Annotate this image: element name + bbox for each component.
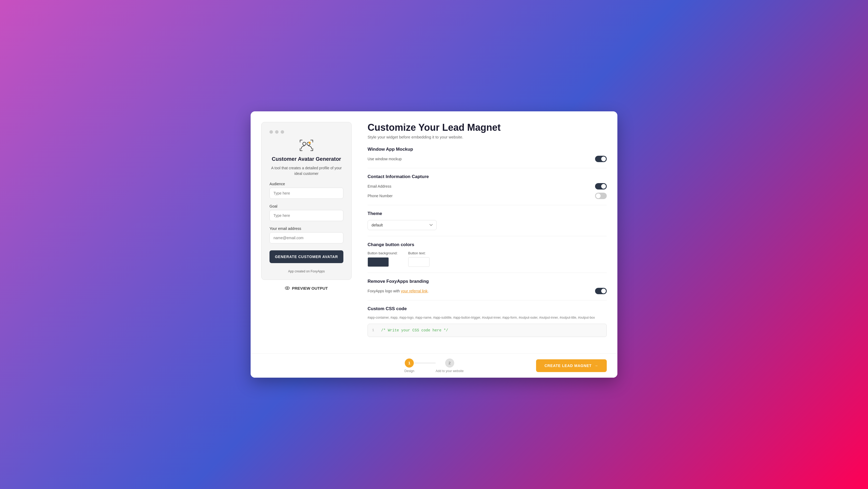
step-connector — [414, 363, 436, 363]
bg-color-label: Button background: — [368, 251, 398, 255]
svg-point-2 — [309, 142, 311, 144]
preview-label: PREVIEW OUTPUT — [292, 286, 328, 291]
branding-toggle[interactable] — [595, 288, 607, 294]
toggle-thumb — [601, 184, 606, 189]
window-mockup-title: Window App Mockup — [368, 147, 607, 152]
svg-point-0 — [303, 142, 306, 145]
button-colors-title: Change button colors — [368, 242, 607, 247]
theme-select[interactable]: default light dark custom — [368, 220, 437, 230]
app-title: Customer Avatar Generator — [272, 156, 341, 162]
color-row: Button background: Button text: — [368, 251, 607, 267]
phone-toggle-label: Phone Number — [368, 194, 393, 198]
branding-toggle-row: FoxyApps logo with your referral link. — [368, 288, 607, 294]
email-input[interactable] — [270, 232, 343, 243]
phone-toggle-row: Phone Number — [368, 193, 607, 199]
step-1: 1 Design — [404, 359, 414, 373]
step1-label: Design — [404, 369, 414, 373]
toggle-thumb — [601, 156, 606, 161]
use-mockup-row: Use window mockup — [368, 156, 607, 162]
preview-output-button[interactable]: PREVIEW OUTPUT — [261, 286, 351, 291]
step1-circle: 1 — [405, 359, 414, 368]
right-panel: Customize Your Lead Magnet Style your wi… — [368, 122, 607, 342]
email-toggle[interactable] — [595, 183, 607, 189]
footer: 1 Design 2 Add to your website CREATE LE… — [251, 354, 617, 378]
button-colors-section: Change button colors Button background: … — [368, 236, 607, 273]
dot-green — [281, 130, 284, 134]
contact-capture-title: Contact Information Capture — [368, 174, 607, 179]
dot-yellow — [275, 130, 279, 134]
main-window: Customer Avatar Generator A tool that cr… — [251, 111, 617, 377]
text-color-group: Button text: — [408, 251, 430, 267]
dot-red — [270, 130, 273, 134]
step2-circle: 2 — [445, 359, 454, 368]
create-btn-arrow: → — [594, 364, 598, 368]
email-toggle-row: Email Address — [368, 183, 607, 189]
window-mockup-section: Window App Mockup Use window mockup — [368, 147, 607, 168]
create-btn-label: CREATE LEAD MAGNET — [545, 364, 592, 368]
page-title: Customize Your Lead Magnet — [368, 122, 607, 133]
custom-css-title: Custom CSS code — [368, 306, 607, 311]
toggle-thumb — [601, 288, 606, 294]
page-subtitle: Style your widget before embedding it to… — [368, 135, 607, 139]
line-number: 1 — [372, 328, 374, 332]
branding-section: Remove FoxyApps branding FoxyApps logo w… — [368, 273, 607, 300]
email-group: Your email address — [270, 226, 343, 243]
theme-section: Theme default light dark custom — [368, 205, 607, 236]
text-color-swatch[interactable] — [408, 257, 430, 267]
bg-color-group: Button background: — [368, 251, 398, 267]
contact-capture-section: Contact Information Capture Email Addres… — [368, 168, 607, 205]
theme-title: Theme — [368, 211, 607, 216]
branding-description: FoxyApps logo with your referral link. — [368, 289, 429, 293]
toggle-thumb — [596, 193, 601, 198]
create-lead-magnet-button[interactable]: CREATE LEAD MAGNET → — [536, 359, 607, 372]
left-panel: Customer Avatar Generator A tool that cr… — [261, 122, 351, 342]
bg-color-swatch[interactable] — [368, 257, 389, 267]
step-2: 2 Add to your website — [436, 359, 464, 373]
foxyapps-brand: FoxyApps — [311, 270, 325, 273]
window-body: Customer Avatar Generator A tool that cr… — [251, 111, 617, 353]
audience-input[interactable] — [270, 188, 343, 199]
generate-avatar-button[interactable]: GENERATE CUSTOMER AVATAR — [270, 250, 343, 263]
branding-title: Remove FoxyApps branding — [368, 279, 607, 284]
audience-label: Audience — [270, 182, 343, 186]
css-code-editor[interactable]: 1 /* Write your CSS code here */ — [368, 324, 607, 337]
stepper: 1 Design 2 Add to your website — [376, 359, 491, 373]
eye-icon — [285, 286, 290, 291]
text-color-label: Button text: — [408, 251, 430, 255]
step2-number: 2 — [448, 361, 451, 365]
goal-label: Goal — [270, 204, 343, 208]
step2-label: Add to your website — [436, 369, 464, 373]
app-credit: App created on FoxyApps — [288, 270, 325, 273]
css-selectors: #app-container, #app, #app-logo, #app-na… — [368, 315, 607, 320]
referral-link[interactable]: your referral link — [401, 289, 427, 293]
svg-point-4 — [287, 287, 288, 289]
audience-group: Audience — [270, 182, 343, 199]
app-subtitle: A tool that creates a detailed profile o… — [270, 165, 343, 177]
app-mockup: Customer Avatar Generator A tool that cr… — [261, 122, 351, 280]
use-mockup-label: Use window mockup — [368, 157, 402, 161]
mockup-dots — [270, 130, 284, 134]
goal-group: Goal — [270, 204, 343, 221]
phone-toggle[interactable] — [595, 193, 607, 199]
app-logo-icon — [299, 139, 314, 152]
code-content: /* Write your CSS code here */ — [381, 328, 448, 333]
custom-css-section: Custom CSS code #app-container, #app, #a… — [368, 300, 607, 342]
email-label: Your email address — [270, 226, 343, 231]
svg-point-3 — [285, 287, 289, 290]
step1-number: 1 — [408, 361, 410, 365]
use-mockup-toggle[interactable] — [595, 156, 607, 162]
goal-input[interactable] — [270, 210, 343, 221]
email-toggle-label: Email Address — [368, 184, 391, 188]
